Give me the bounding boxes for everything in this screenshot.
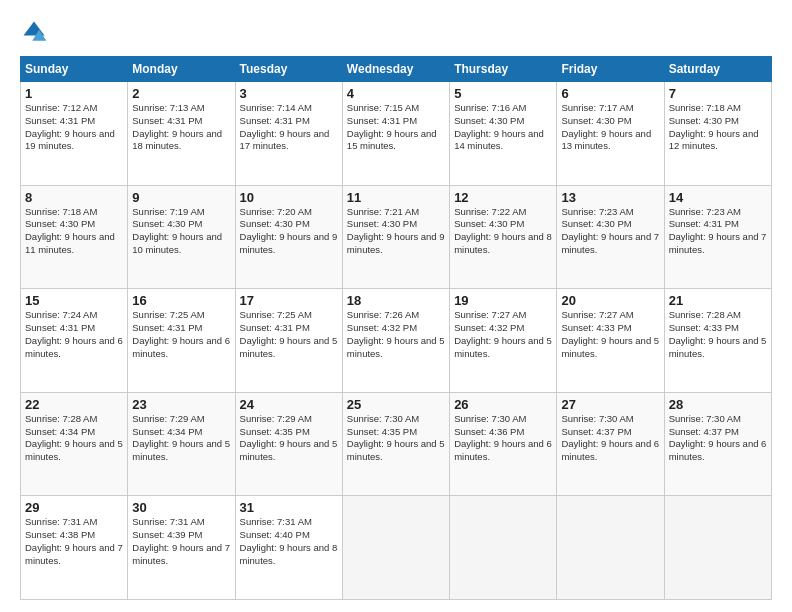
day-number: 7 bbox=[669, 86, 767, 101]
calendar-cell: 30 Sunrise: 7:31 AMSunset: 4:39 PMDaylig… bbox=[128, 496, 235, 600]
day-number: 19 bbox=[454, 293, 552, 308]
calendar-table: SundayMondayTuesdayWednesdayThursdayFrid… bbox=[20, 56, 772, 600]
calendar-cell: 16 Sunrise: 7:25 AMSunset: 4:31 PMDaylig… bbox=[128, 289, 235, 393]
day-info: Sunrise: 7:18 AMSunset: 4:30 PMDaylight:… bbox=[669, 102, 759, 151]
calendar-cell: 19 Sunrise: 7:27 AMSunset: 4:32 PMDaylig… bbox=[450, 289, 557, 393]
day-info: Sunrise: 7:26 AMSunset: 4:32 PMDaylight:… bbox=[347, 309, 445, 358]
day-info: Sunrise: 7:25 AMSunset: 4:31 PMDaylight:… bbox=[240, 309, 338, 358]
day-number: 18 bbox=[347, 293, 445, 308]
day-number: 31 bbox=[240, 500, 338, 515]
day-info: Sunrise: 7:23 AMSunset: 4:30 PMDaylight:… bbox=[561, 206, 659, 255]
day-number: 25 bbox=[347, 397, 445, 412]
logo bbox=[20, 16, 52, 46]
day-number: 5 bbox=[454, 86, 552, 101]
calendar-cell: 20 Sunrise: 7:27 AMSunset: 4:33 PMDaylig… bbox=[557, 289, 664, 393]
day-info: Sunrise: 7:31 AMSunset: 4:39 PMDaylight:… bbox=[132, 516, 230, 565]
day-number: 6 bbox=[561, 86, 659, 101]
day-number: 20 bbox=[561, 293, 659, 308]
calendar-cell bbox=[664, 496, 771, 600]
day-info: Sunrise: 7:29 AMSunset: 4:34 PMDaylight:… bbox=[132, 413, 230, 462]
day-info: Sunrise: 7:27 AMSunset: 4:32 PMDaylight:… bbox=[454, 309, 552, 358]
calendar-cell: 23 Sunrise: 7:29 AMSunset: 4:34 PMDaylig… bbox=[128, 392, 235, 496]
day-info: Sunrise: 7:14 AMSunset: 4:31 PMDaylight:… bbox=[240, 102, 330, 151]
calendar-weekday-friday: Friday bbox=[557, 57, 664, 82]
day-info: Sunrise: 7:31 AMSunset: 4:38 PMDaylight:… bbox=[25, 516, 123, 565]
day-number: 4 bbox=[347, 86, 445, 101]
day-number: 1 bbox=[25, 86, 123, 101]
day-number: 30 bbox=[132, 500, 230, 515]
day-info: Sunrise: 7:15 AMSunset: 4:31 PMDaylight:… bbox=[347, 102, 437, 151]
calendar-cell: 9 Sunrise: 7:19 AMSunset: 4:30 PMDayligh… bbox=[128, 185, 235, 289]
calendar-cell: 13 Sunrise: 7:23 AMSunset: 4:30 PMDaylig… bbox=[557, 185, 664, 289]
day-info: Sunrise: 7:16 AMSunset: 4:30 PMDaylight:… bbox=[454, 102, 544, 151]
day-info: Sunrise: 7:28 AMSunset: 4:33 PMDaylight:… bbox=[669, 309, 767, 358]
day-info: Sunrise: 7:22 AMSunset: 4:30 PMDaylight:… bbox=[454, 206, 552, 255]
calendar-cell: 7 Sunrise: 7:18 AMSunset: 4:30 PMDayligh… bbox=[664, 82, 771, 186]
calendar-cell: 26 Sunrise: 7:30 AMSunset: 4:36 PMDaylig… bbox=[450, 392, 557, 496]
calendar-cell: 1 Sunrise: 7:12 AMSunset: 4:31 PMDayligh… bbox=[21, 82, 128, 186]
day-info: Sunrise: 7:30 AMSunset: 4:37 PMDaylight:… bbox=[669, 413, 767, 462]
calendar-cell: 12 Sunrise: 7:22 AMSunset: 4:30 PMDaylig… bbox=[450, 185, 557, 289]
calendar-week-4: 22 Sunrise: 7:28 AMSunset: 4:34 PMDaylig… bbox=[21, 392, 772, 496]
calendar-cell: 24 Sunrise: 7:29 AMSunset: 4:35 PMDaylig… bbox=[235, 392, 342, 496]
calendar-cell: 27 Sunrise: 7:30 AMSunset: 4:37 PMDaylig… bbox=[557, 392, 664, 496]
day-number: 27 bbox=[561, 397, 659, 412]
calendar-cell: 18 Sunrise: 7:26 AMSunset: 4:32 PMDaylig… bbox=[342, 289, 449, 393]
calendar-weekday-tuesday: Tuesday bbox=[235, 57, 342, 82]
day-info: Sunrise: 7:18 AMSunset: 4:30 PMDaylight:… bbox=[25, 206, 115, 255]
day-number: 10 bbox=[240, 190, 338, 205]
day-number: 11 bbox=[347, 190, 445, 205]
day-number: 21 bbox=[669, 293, 767, 308]
calendar-cell: 2 Sunrise: 7:13 AMSunset: 4:31 PMDayligh… bbox=[128, 82, 235, 186]
day-number: 9 bbox=[132, 190, 230, 205]
calendar-cell: 5 Sunrise: 7:16 AMSunset: 4:30 PMDayligh… bbox=[450, 82, 557, 186]
day-info: Sunrise: 7:29 AMSunset: 4:35 PMDaylight:… bbox=[240, 413, 338, 462]
calendar-cell: 14 Sunrise: 7:23 AMSunset: 4:31 PMDaylig… bbox=[664, 185, 771, 289]
calendar-cell: 31 Sunrise: 7:31 AMSunset: 4:40 PMDaylig… bbox=[235, 496, 342, 600]
calendar-cell bbox=[557, 496, 664, 600]
calendar-week-3: 15 Sunrise: 7:24 AMSunset: 4:31 PMDaylig… bbox=[21, 289, 772, 393]
calendar-weekday-saturday: Saturday bbox=[664, 57, 771, 82]
day-info: Sunrise: 7:21 AMSunset: 4:30 PMDaylight:… bbox=[347, 206, 445, 255]
calendar-week-5: 29 Sunrise: 7:31 AMSunset: 4:38 PMDaylig… bbox=[21, 496, 772, 600]
day-info: Sunrise: 7:17 AMSunset: 4:30 PMDaylight:… bbox=[561, 102, 651, 151]
day-number: 24 bbox=[240, 397, 338, 412]
calendar-cell: 28 Sunrise: 7:30 AMSunset: 4:37 PMDaylig… bbox=[664, 392, 771, 496]
day-number: 17 bbox=[240, 293, 338, 308]
day-number: 3 bbox=[240, 86, 338, 101]
calendar-weekday-thursday: Thursday bbox=[450, 57, 557, 82]
day-number: 12 bbox=[454, 190, 552, 205]
logo-icon bbox=[20, 18, 48, 46]
calendar-header-row: SundayMondayTuesdayWednesdayThursdayFrid… bbox=[21, 57, 772, 82]
calendar-cell: 21 Sunrise: 7:28 AMSunset: 4:33 PMDaylig… bbox=[664, 289, 771, 393]
day-info: Sunrise: 7:12 AMSunset: 4:31 PMDaylight:… bbox=[25, 102, 115, 151]
calendar-cell: 6 Sunrise: 7:17 AMSunset: 4:30 PMDayligh… bbox=[557, 82, 664, 186]
calendar-cell bbox=[450, 496, 557, 600]
day-number: 23 bbox=[132, 397, 230, 412]
day-number: 29 bbox=[25, 500, 123, 515]
calendar-cell: 8 Sunrise: 7:18 AMSunset: 4:30 PMDayligh… bbox=[21, 185, 128, 289]
calendar-cell: 29 Sunrise: 7:31 AMSunset: 4:38 PMDaylig… bbox=[21, 496, 128, 600]
day-info: Sunrise: 7:13 AMSunset: 4:31 PMDaylight:… bbox=[132, 102, 222, 151]
calendar-cell: 3 Sunrise: 7:14 AMSunset: 4:31 PMDayligh… bbox=[235, 82, 342, 186]
calendar-cell: 25 Sunrise: 7:30 AMSunset: 4:35 PMDaylig… bbox=[342, 392, 449, 496]
calendar-weekday-sunday: Sunday bbox=[21, 57, 128, 82]
day-number: 15 bbox=[25, 293, 123, 308]
calendar-cell: 22 Sunrise: 7:28 AMSunset: 4:34 PMDaylig… bbox=[21, 392, 128, 496]
day-number: 2 bbox=[132, 86, 230, 101]
day-number: 22 bbox=[25, 397, 123, 412]
day-number: 14 bbox=[669, 190, 767, 205]
page: SundayMondayTuesdayWednesdayThursdayFrid… bbox=[0, 0, 792, 612]
day-number: 26 bbox=[454, 397, 552, 412]
day-info: Sunrise: 7:25 AMSunset: 4:31 PMDaylight:… bbox=[132, 309, 230, 358]
calendar-weekday-wednesday: Wednesday bbox=[342, 57, 449, 82]
day-info: Sunrise: 7:23 AMSunset: 4:31 PMDaylight:… bbox=[669, 206, 767, 255]
calendar-cell: 17 Sunrise: 7:25 AMSunset: 4:31 PMDaylig… bbox=[235, 289, 342, 393]
calendar-cell: 15 Sunrise: 7:24 AMSunset: 4:31 PMDaylig… bbox=[21, 289, 128, 393]
day-info: Sunrise: 7:31 AMSunset: 4:40 PMDaylight:… bbox=[240, 516, 338, 565]
calendar-weekday-monday: Monday bbox=[128, 57, 235, 82]
day-info: Sunrise: 7:27 AMSunset: 4:33 PMDaylight:… bbox=[561, 309, 659, 358]
day-number: 8 bbox=[25, 190, 123, 205]
day-info: Sunrise: 7:28 AMSunset: 4:34 PMDaylight:… bbox=[25, 413, 123, 462]
header bbox=[20, 16, 772, 46]
